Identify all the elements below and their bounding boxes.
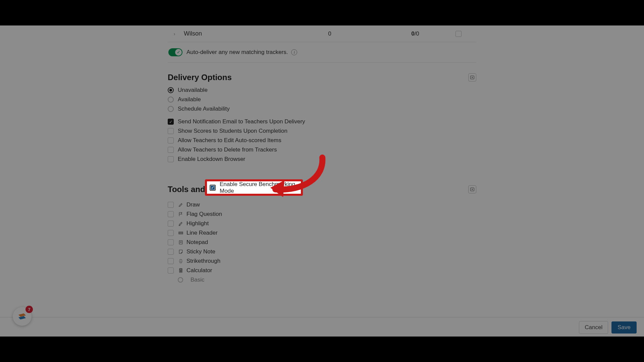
tool-line-reader-label: Line Reader bbox=[186, 230, 218, 236]
letterbox-bottom bbox=[0, 337, 644, 362]
radio-schedule[interactable]: Schedule Availability bbox=[168, 106, 476, 112]
tool-notepad-label: Notepad bbox=[186, 239, 208, 246]
svg-point-16 bbox=[180, 270, 181, 271]
checkbox-off-icon bbox=[168, 258, 174, 264]
check-show-scores[interactable]: Show Scores to Students Upon Completion bbox=[168, 128, 476, 134]
radio-off-icon bbox=[168, 97, 174, 103]
content-frame: › Wilson 0 0/0 ✓ Auto-deliver any new ma… bbox=[0, 25, 644, 337]
radio-available[interactable]: Available bbox=[168, 96, 476, 103]
check-allow-delete-label: Allow Teachers to Delete from Trackers bbox=[178, 146, 277, 153]
check-lockdown-label: Enable Lockdown Browser bbox=[178, 156, 245, 163]
save-button[interactable]: Save bbox=[611, 321, 637, 334]
check-show-scores-label: Show Scores to Students Upon Completion bbox=[178, 128, 287, 134]
tool-flag[interactable]: Flag Question bbox=[168, 211, 476, 218]
svg-rect-7 bbox=[179, 232, 183, 233]
svg-rect-8 bbox=[179, 233, 183, 234]
info-icon[interactable]: i bbox=[291, 49, 297, 55]
checkbox-off-icon bbox=[168, 230, 174, 236]
calculator-icon bbox=[178, 267, 184, 274]
checkbox-off-icon bbox=[168, 239, 174, 245]
tracker-count: 0 bbox=[284, 31, 375, 37]
check-lockdown[interactable]: Enable Lockdown Browser bbox=[168, 156, 476, 163]
auto-deliver-toggle[interactable]: ✓ bbox=[168, 48, 182, 56]
footer-bar: Cancel Save bbox=[0, 317, 644, 337]
checkbox-off-icon bbox=[168, 147, 174, 153]
sticky-note-icon bbox=[178, 249, 184, 255]
expand-section-icon[interactable] bbox=[468, 185, 476, 193]
tracker-name: Wilson bbox=[184, 30, 284, 37]
checkbox-off-icon bbox=[168, 221, 174, 227]
checkbox-off-icon bbox=[168, 211, 174, 217]
tool-strike[interactable]: Strikethrough bbox=[168, 258, 476, 264]
checkbox-off-icon bbox=[168, 156, 174, 162]
tracker-select-checkbox[interactable] bbox=[455, 31, 462, 37]
check-allow-edit[interactable]: Allow Teachers to Edit Auto-scored Items bbox=[168, 137, 476, 144]
help-logo-icon bbox=[16, 311, 28, 322]
tool-calculator[interactable]: Calculator bbox=[168, 267, 476, 274]
line-reader-icon bbox=[178, 230, 184, 236]
svg-point-15 bbox=[180, 270, 180, 271]
strikethrough-icon bbox=[178, 258, 184, 264]
notepad-icon bbox=[178, 239, 184, 245]
tool-highlight[interactable]: Highlight bbox=[168, 220, 476, 227]
tool-draw[interactable]: Draw bbox=[168, 201, 476, 208]
svg-point-20 bbox=[181, 272, 181, 272]
checkbox-off-icon bbox=[168, 267, 174, 274]
highlight-icon bbox=[178, 221, 184, 227]
radio-unavailable-label: Unavailable bbox=[178, 87, 208, 94]
delivery-options-title: Delivery Options bbox=[168, 73, 232, 82]
tool-strike-label: Strikethrough bbox=[186, 258, 220, 264]
tool-draw-label: Draw bbox=[186, 201, 200, 208]
cancel-button[interactable]: Cancel bbox=[579, 321, 608, 334]
spacer bbox=[168, 165, 476, 175]
check-allow-edit-label: Allow Teachers to Edit Auto-scored Items bbox=[178, 137, 281, 144]
help-badge: 7 bbox=[25, 306, 33, 313]
tracker-score-num: 0 bbox=[411, 31, 414, 37]
tool-sticky[interactable]: Sticky Note bbox=[168, 248, 476, 255]
check-benchmarking-label: Enable Secure Benchmarking Mode bbox=[220, 181, 298, 194]
check-notify-label: Send Notification Email to Teachers Upon… bbox=[178, 118, 305, 125]
tool-line-reader[interactable]: Line Reader bbox=[168, 230, 476, 236]
flag-icon bbox=[178, 211, 184, 217]
checkbox-off-icon bbox=[168, 128, 174, 134]
checkbox-off-icon bbox=[168, 137, 174, 143]
radio-available-label: Available bbox=[178, 96, 201, 103]
delivery-checks: Send Notification Email to Teachers Upon… bbox=[168, 118, 476, 163]
checkbox-off-icon bbox=[168, 249, 174, 255]
radio-off-icon bbox=[178, 277, 183, 283]
radio-unavailable[interactable]: Unavailable bbox=[168, 87, 476, 94]
tool-notepad[interactable]: Notepad bbox=[168, 239, 476, 246]
letterbox-top bbox=[0, 0, 644, 25]
tool-basic-label: Basic bbox=[191, 277, 205, 283]
radio-schedule-label: Schedule Availability bbox=[178, 106, 230, 112]
tools-list: Draw Flag Question Highlight Line Reader bbox=[168, 201, 476, 283]
tracker-score-total: /0 bbox=[415, 31, 419, 37]
auto-deliver-row: ✓ Auto-deliver any new matching trackers… bbox=[168, 42, 476, 63]
check-notify[interactable]: Send Notification Email to Teachers Upon… bbox=[168, 118, 476, 125]
svg-rect-14 bbox=[180, 269, 181, 270]
tool-sticky-label: Sticky Note bbox=[186, 248, 215, 255]
radio-off-icon bbox=[168, 106, 174, 112]
tool-highlight-label: Highlight bbox=[186, 220, 209, 227]
chevron-right-icon[interactable]: › bbox=[171, 31, 178, 37]
svg-rect-9 bbox=[179, 241, 182, 244]
auto-deliver-label: Auto-deliver any new matching trackers. bbox=[186, 49, 288, 56]
help-widget[interactable]: 7 bbox=[13, 307, 32, 326]
radio-on-icon bbox=[168, 87, 174, 93]
expand-section-icon[interactable] bbox=[468, 73, 476, 81]
svg-point-19 bbox=[180, 272, 181, 272]
check-allow-delete[interactable]: Allow Teachers to Delete from Trackers bbox=[168, 146, 476, 153]
svg-point-17 bbox=[181, 270, 181, 271]
main-column: › Wilson 0 0/0 ✓ Auto-deliver any new ma… bbox=[168, 25, 476, 286]
svg-point-18 bbox=[180, 272, 180, 272]
tool-calculator-label: Calculator bbox=[186, 267, 212, 274]
delivery-options-header: Delivery Options bbox=[168, 73, 476, 82]
checkbox-on-icon[interactable] bbox=[210, 185, 216, 191]
tool-calculator-basic[interactable]: Basic bbox=[178, 277, 476, 283]
checkbox-on-icon bbox=[168, 119, 174, 125]
highlight-benchmarking: Enable Secure Benchmarking Mode bbox=[205, 179, 303, 196]
tracker-row: › Wilson 0 0/0 bbox=[168, 25, 476, 42]
check-icon: ✓ bbox=[176, 50, 181, 54]
tool-flag-label: Flag Question bbox=[186, 211, 222, 218]
checkbox-off-icon bbox=[168, 202, 174, 208]
